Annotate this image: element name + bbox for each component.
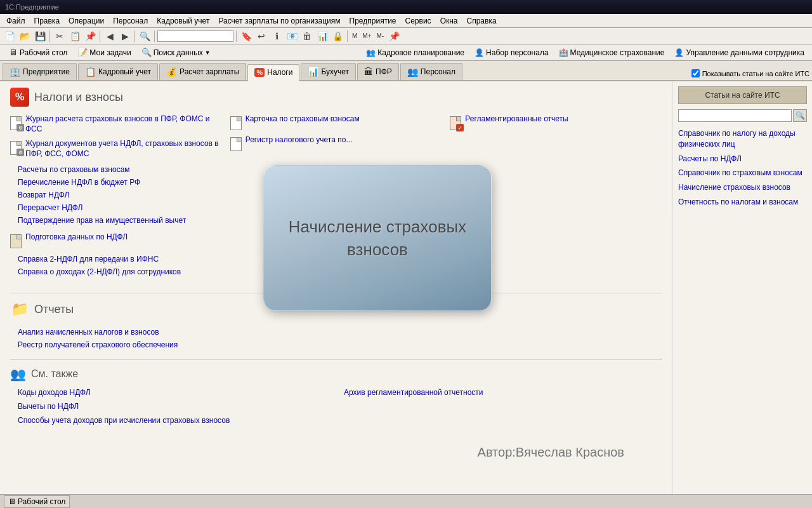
search-icon: 🔍 <box>141 48 152 58</box>
author-text: Автор:Вячеслав Краснов <box>478 445 624 459</box>
hr-icon: 📋 <box>85 67 96 77</box>
toolbar-search[interactable]: 🔍 <box>138 29 152 43</box>
sub-link-0[interactable]: Расчеты по страховым взносам <box>10 164 223 175</box>
its-link-4[interactable]: Отчетность по налогам и взносам <box>678 197 807 208</box>
toolbar-search-input[interactable] <box>157 30 233 42</box>
title-bar: 1С:Предприятие <box>0 0 812 14</box>
toolbar-btn1[interactable]: 🔖 <box>239 29 253 43</box>
its-link-2[interactable]: Справочник по страховым взносам <box>678 168 807 178</box>
emp-data-icon: 👤 <box>674 48 684 57</box>
tab-accounting[interactable]: 📊 Бухучет <box>301 63 356 80</box>
quick-hr-planning-label: Кадровое планирование <box>377 48 464 57</box>
quick-hr-planning[interactable]: 👥 Кадровое планирование <box>362 47 468 58</box>
toolbar-m-plus[interactable]: M <box>350 29 359 43</box>
prep-link[interactable]: Подготовка данных по НДФЛ <box>25 232 128 243</box>
also-icon: 👥 <box>10 366 26 382</box>
toolbar-btn7[interactable]: 🔒 <box>331 29 344 43</box>
also-left-0[interactable]: Коды доходов НДФЛ <box>10 387 336 398</box>
quick-bar-right: 👥 Кадровое планирование 👤 Набор персонал… <box>362 47 808 58</box>
tab-taxes[interactable]: % Налоги <box>247 64 299 81</box>
quick-medical[interactable]: 🏥 Медицинское страхование <box>555 47 669 58</box>
item-journal-insurance: ⚙ Журнал расчета страховых взносов в ПФР… <box>10 114 223 134</box>
menu-personnel[interactable]: Персонал <box>109 15 152 27</box>
also-left-1[interactable]: Вычеты по НДФЛ <box>10 401 336 412</box>
toolbar-btn3[interactable]: ℹ <box>270 29 284 43</box>
cert-links: Справка 2-НДФЛ для передачи в ИФНС Справ… <box>10 253 223 277</box>
toolbar-btn6[interactable]: 📊 <box>315 29 329 43</box>
journal-insurance-link[interactable]: Журнал расчета страховых взносов в ПФР, … <box>25 114 223 134</box>
tab-enterprise[interactable]: 🏢 Предприятие <box>3 63 77 80</box>
sub-link-2[interactable]: Возврат НДФЛ <box>10 189 223 201</box>
quick-recruiting[interactable]: 👤 Набор персонала <box>471 47 553 58</box>
item-prep: Подготовка данных по НДФЛ <box>10 232 223 248</box>
also-right-0[interactable]: Архив регламентированной отчетности <box>336 387 662 398</box>
sub-link-4[interactable]: Подтверждение прав на имущественный выче… <box>10 215 223 226</box>
sub-links: Расчеты по страховым взносам Перечислени… <box>10 164 223 226</box>
menu-enterprise[interactable]: Предприятие <box>346 15 400 27</box>
register-link[interactable]: Регистр налогового учета по... <box>246 135 353 145</box>
menu-hr[interactable]: Кадровый учет <box>153 15 213 27</box>
tab-hr[interactable]: 📋 Кадровый учет <box>78 63 158 80</box>
reports-title: Отчеты <box>34 303 74 316</box>
toolbar-sep5 <box>236 30 237 42</box>
toolbar-m-minus[interactable]: M- <box>375 29 386 43</box>
toolbar-btn2[interactable]: ↩ <box>254 29 268 43</box>
toolbar-btn4[interactable]: 📧 <box>285 29 299 43</box>
menu-operations[interactable]: Операции <box>65 15 108 27</box>
quick-desktop[interactable]: 🖥 Рабочий стол <box>4 46 71 59</box>
quick-search[interactable]: 🔍 Поиск данных ▼ <box>138 46 214 59</box>
reports-links: Анализ начисленных налогов и взносов Рее… <box>10 326 662 351</box>
also-content: Коды доходов НДФЛ Вычеты по НДФЛ Способы… <box>10 387 662 426</box>
also-left-2[interactable]: Способы учета доходов при исчислении стр… <box>10 415 336 426</box>
author-area: Автор:Вячеслав Краснов <box>10 445 662 460</box>
menu-file[interactable]: Файл <box>3 15 29 27</box>
tab-personnel[interactable]: 👥 Персонал <box>400 63 462 80</box>
cert-link-1[interactable]: Справка о доходах (2-НДФЛ) для сотрудник… <box>10 266 223 277</box>
its-link-3[interactable]: Начисление страховых взносов <box>678 182 807 193</box>
quick-tasks[interactable]: 📝 Мои задачи <box>74 46 134 59</box>
its-link-0[interactable]: Справочник по налогу на доходы физически… <box>678 128 807 150</box>
menu-payroll[interactable]: Расчет зарплаты по организациям <box>214 15 344 27</box>
medical-icon: 🏥 <box>559 48 568 57</box>
tab-accounting-label: Бухучет <box>321 67 349 76</box>
toolbar-cut[interactable]: ✂ <box>53 29 67 43</box>
toolbar-new[interactable]: 📄 <box>3 29 16 43</box>
tax-icon: % <box>10 88 29 107</box>
col1: ⚙ Журнал расчета страховых взносов в ПФР… <box>10 114 223 284</box>
accounting-icon: 📊 <box>308 67 318 77</box>
tab-payroll[interactable]: 💰 Расчет зарплаты <box>159 63 246 80</box>
toolbar-back[interactable]: ◀ <box>103 29 117 43</box>
menu-edit[interactable]: Правка <box>30 15 64 27</box>
journal-ndfl-link[interactable]: Журнал документов учета НДФЛ, страховых … <box>25 139 223 159</box>
toolbar-copy[interactable]: 📋 <box>68 29 82 43</box>
quick-emp-data[interactable]: 👤 Управление данными сотрудника <box>671 47 808 58</box>
sub-link-3[interactable]: Перерасчет НДФЛ <box>10 202 223 213</box>
card-insurance-link[interactable]: Карточка по страховым взносам <box>246 114 360 124</box>
toolbar-paste[interactable]: 📌 <box>83 29 97 43</box>
hr-planning-icon: 👥 <box>366 48 376 57</box>
regulated-link[interactable]: Регламентированные отчеты <box>465 114 568 124</box>
menu-windows[interactable]: Окна <box>436 15 462 27</box>
reports-link-0[interactable]: Анализ начисленных налогов и взносов <box>10 326 662 338</box>
its-search-button[interactable]: 🔍 <box>793 109 807 122</box>
tab-enterprise-label: Предприятие <box>23 67 70 76</box>
sub-link-1[interactable]: Перечисление НДФЛ в бюджет РФ <box>10 177 223 188</box>
its-search-input[interactable] <box>678 109 792 122</box>
status-desktop[interactable]: 🖥 Рабочий стол <box>4 495 70 508</box>
toolbar-btn5[interactable]: 🗑 <box>300 29 314 43</box>
tab-pfr[interactable]: 🏛 ПФР <box>357 63 399 80</box>
toolbar-save[interactable]: 💾 <box>33 29 47 43</box>
menu-help[interactable]: Справка <box>463 15 501 27</box>
toolbar-pin[interactable]: 📌 <box>387 29 401 43</box>
also-title: См. также <box>31 368 78 380</box>
cert-link-0[interactable]: Справка 2-НДФЛ для передачи в ИФНС <box>10 253 223 265</box>
its-link-1[interactable]: Расчеты по НДФЛ <box>678 154 807 164</box>
its-checkbox[interactable] <box>691 69 700 77</box>
menu-service[interactable]: Сервис <box>402 15 435 27</box>
toolbar-m-m[interactable]: M+ <box>360 29 373 43</box>
toolbar-open[interactable]: 📂 <box>18 29 32 43</box>
reports-link-1[interactable]: Реестр получателей страхового обеспечени… <box>10 339 662 351</box>
toolbar-sep3 <box>134 30 135 42</box>
item-journal-ndfl: ⚙ Журнал документов учета НДФЛ, страховы… <box>10 139 223 159</box>
toolbar-forward[interactable]: ▶ <box>118 29 132 43</box>
